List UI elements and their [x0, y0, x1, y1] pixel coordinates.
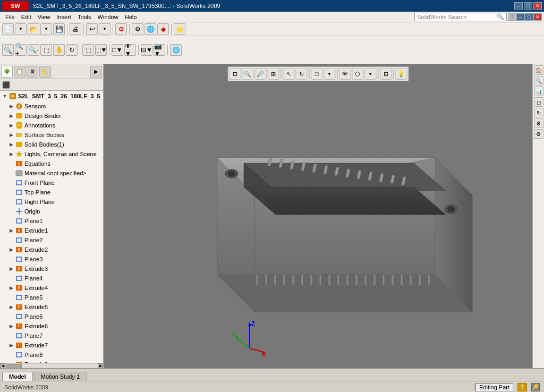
options-button[interactable]: ⚙ [132, 23, 143, 35]
tree-item-extrude2[interactable]: ▶ E Extrude2 [0, 245, 103, 254]
tree-item-plane1[interactable]: Plane1 [0, 216, 103, 226]
tree-item-right-plane[interactable]: ▶ Right Plane [0, 197, 103, 207]
tab-motion-study[interactable]: Motion Study 1 [34, 372, 87, 381]
lights-expand[interactable]: ▶ [7, 150, 15, 158]
minimize-button[interactable]: ─ [514, 2, 523, 10]
vp-rotate[interactable]: ↻ [295, 68, 307, 80]
annotations-expand[interactable]: ▶ [7, 122, 15, 129]
tree-item-design-binder[interactable]: ▶ Design Binder [0, 111, 103, 121]
config-manager-tab[interactable]: ⚙ [27, 66, 38, 78]
section-view[interactable]: ⊟▼ [141, 44, 152, 56]
tree-item-plane8[interactable]: Plane8 [0, 350, 103, 360]
tree-item-plane7[interactable]: Plane7 [0, 331, 103, 340]
menu-window[interactable]: Window [95, 13, 122, 21]
search-input[interactable] [417, 14, 497, 20]
collapse-panel-btn[interactable]: ▶ [90, 66, 102, 78]
minimize-app-button[interactable]: ─ [516, 13, 525, 21]
zoom-out[interactable]: 🔍- [28, 44, 39, 56]
zoom-to-fit[interactable]: 🔍 [2, 44, 14, 56]
print-button[interactable]: 🖨 [70, 23, 81, 35]
zoom-area[interactable]: ⬚ [40, 44, 52, 56]
scroll-thumb[interactable] [6, 364, 22, 368]
bg-button[interactable]: 🌟 [174, 23, 185, 35]
apply-scene[interactable]: 🌐 [170, 44, 182, 56]
menu-file[interactable]: File [2, 13, 18, 21]
extrude1-expand[interactable]: ▶ [7, 227, 15, 234]
dim-expert-tab[interactable]: 📐 [39, 66, 51, 78]
vp-section[interactable]: ⊟ [380, 68, 392, 80]
open-button[interactable]: 📂 [28, 23, 39, 35]
surface-bodies-expand[interactable]: ▶ [7, 131, 15, 139]
tree-item-extrude7[interactable]: ▶ E Extrude7 [0, 340, 103, 350]
rotate[interactable]: ↻ [66, 44, 78, 56]
tab-model[interactable]: Model [2, 372, 33, 381]
menu-insert[interactable]: Insert [53, 13, 74, 21]
vp-display-dropdown[interactable]: ▼ [324, 68, 335, 80]
zoom-in[interactable]: 🔍+ [15, 44, 27, 56]
scroll-left[interactable]: ◀ [0, 363, 5, 369]
tree-item-plane5[interactable]: Plane5 [0, 293, 103, 302]
hide-show[interactable]: 👁▼ [124, 44, 136, 56]
camera[interactable]: 📷▼ [154, 44, 165, 56]
solid-bodies-expand[interactable]: ▶ [7, 141, 15, 148]
tree-item-extrude6[interactable]: ▶ E Extrude6 [0, 321, 103, 331]
menu-edit[interactable]: Edit [18, 13, 35, 21]
restore-button[interactable]: □ [524, 2, 532, 10]
rt-chart-btn[interactable]: 📊 [534, 87, 543, 96]
rt-zoom-btn[interactable]: 🔍 [534, 76, 543, 86]
tree-item-extrude5[interactable]: ▶ E Extrude5 [0, 302, 103, 312]
sensors-expand[interactable]: ▶ [7, 103, 15, 110]
undo-dropdown[interactable]: ▼ [99, 23, 110, 35]
new-dropdown[interactable]: ▼ [15, 23, 27, 35]
tree-item-plane6[interactable]: Plane6 [0, 312, 103, 321]
viewport[interactable]: ⊡ 🔍 🔎 ⊞ ↖ ↻ □ ▼ 👁 ⬡ ▼ ⊟ 💡 [104, 64, 532, 368]
extrude7-expand[interactable]: ▶ [7, 342, 15, 349]
restore-app-button[interactable]: □ [525, 13, 533, 21]
close-app-button[interactable]: ✕ [533, 13, 542, 21]
pan[interactable]: ✋ [53, 44, 65, 56]
tree-item-equations[interactable]: ▶ Σ Equations [0, 159, 103, 168]
tree-item-plane4[interactable]: Plane4 [0, 274, 103, 283]
key-icon[interactable]: 🔑 [531, 383, 540, 391]
rt-rotate-btn[interactable]: ↻ [534, 108, 543, 117]
tree-item-plane3[interactable]: Plane3 [0, 254, 103, 264]
extrude4-expand[interactable]: ▶ [7, 284, 15, 292]
rt-filter-btn[interactable]: ⚙ [534, 118, 543, 128]
vp-scene[interactable]: 💡 [395, 68, 407, 80]
extrude2-expand[interactable]: ▶ [7, 246, 15, 253]
feature-manager-tab[interactable]: 🌳 [1, 66, 13, 78]
tree-item-extrude3[interactable]: ▶ E Extrude3 [0, 264, 103, 274]
undo-button[interactable]: ↩ [86, 23, 98, 35]
feature-tree[interactable]: ▼ P S2L_SMT_3_5_26_180LF_3_5_... ▶ S Sen… [0, 91, 103, 363]
root-expand[interactable]: ▼ [1, 92, 8, 100]
view-next[interactable]: ⬚▼ [95, 44, 107, 56]
vp-display-style[interactable]: □ [311, 68, 322, 80]
scroll-right[interactable]: ▶ [98, 363, 103, 369]
extrude5-expand[interactable]: ▶ [7, 303, 15, 311]
property-manager-tab[interactable]: 📋 [14, 66, 26, 78]
open-dropdown[interactable]: ▼ [40, 23, 52, 35]
rt-settings-btn[interactable]: ⚙ [534, 129, 543, 139]
addins-button[interactable]: 🌐 [144, 23, 156, 35]
rebuild-button[interactable]: ⚙ [115, 23, 127, 35]
extrude6-expand[interactable]: ▶ [7, 322, 15, 330]
save-button[interactable]: 💾 [53, 23, 65, 35]
tree-item-extrude4[interactable]: ▶ E Extrude4 [0, 283, 103, 293]
menu-tools[interactable]: Tools [74, 13, 95, 21]
tree-item-lights[interactable]: ▶ Lights, Cameras and Scene [0, 149, 103, 159]
sw-resources[interactable]: ◆ [157, 23, 169, 35]
tree-item-surface-bodies[interactable]: ▶ Surface Bodies [0, 130, 103, 140]
tree-item-sensors[interactable]: ▶ S Sensors [0, 101, 103, 111]
extrude3-expand[interactable]: ▶ [7, 265, 15, 272]
rt-home-btn[interactable]: 🏠 [534, 65, 543, 75]
vp-select[interactable]: ↖ [283, 68, 294, 80]
tree-item-extrude1[interactable]: ▶ E Extrude1 [0, 226, 103, 235]
vp-view-orient-dropdown[interactable]: ▼ [364, 68, 376, 80]
view-previous[interactable]: ⬚ [82, 44, 94, 56]
vp-hide-show[interactable]: 👁 [339, 68, 351, 80]
tree-item-front-plane[interactable]: ▶ Front Plane [0, 178, 103, 188]
menu-help[interactable]: Help [122, 13, 140, 21]
tree-item-top-plane[interactable]: ▶ Top Plane [0, 188, 103, 197]
design-binder-expand[interactable]: ▶ [7, 112, 15, 120]
tree-item-plane2[interactable]: Plane2 [0, 235, 103, 245]
